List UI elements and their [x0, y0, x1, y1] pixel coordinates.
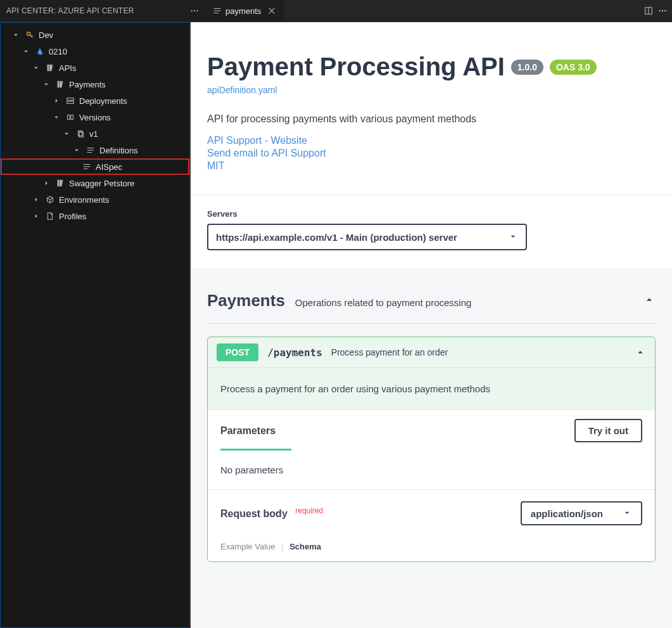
tree-label: Payments: [69, 80, 106, 89]
tab-schema[interactable]: Schema: [289, 542, 321, 551]
api-title: Payment Processing API: [207, 53, 505, 81]
chevron-down-icon: [72, 146, 82, 155]
chevron-down-icon: [11, 30, 21, 39]
chevron-right-icon: [51, 96, 61, 105]
tree-definitions[interactable]: Definitions: [1, 142, 189, 158]
content-type-select[interactable]: application/json: [521, 501, 642, 525]
parameters-label: Parameters: [220, 425, 276, 437]
tab-payments[interactable]: payments: [205, 0, 284, 22]
chevron-right-icon: [41, 179, 51, 188]
operation-title: Process payment for an order: [331, 347, 448, 357]
panel-title: API CENTER: AZURE API CENTER: [6, 6, 134, 15]
sidebar: Dev 0210 APIs Payments Deployments Versi…: [0, 22, 190, 628]
request-body-label-text: Request body: [220, 509, 288, 520]
version-badge: 1.0.0: [511, 60, 543, 75]
tree-v1[interactable]: v1: [1, 125, 189, 142]
tag-description: Operations related to payment processing: [295, 297, 472, 308]
chevron-down-icon: [51, 113, 61, 122]
tree-label: APIs: [59, 63, 76, 73]
key-icon: [25, 30, 35, 39]
tree-deployments[interactable]: Deployments: [1, 93, 189, 109]
chevron-down-icon: [21, 47, 31, 56]
tab-divider: |: [281, 542, 283, 551]
tree-dev[interactable]: Dev: [1, 27, 189, 43]
operation-path: /payments: [267, 347, 322, 359]
method-badge: POST: [217, 343, 258, 361]
chevron-down-icon: [622, 508, 632, 520]
chevron-down-icon: [61, 129, 72, 138]
tree-swagger-petstore[interactable]: Swagger Petstore: [1, 175, 189, 191]
editor-tab-strip: payments: [205, 0, 672, 22]
request-body-label: Request body required: [220, 506, 323, 520]
tree-label: Environments: [59, 195, 109, 205]
tag-header[interactable]: Payments Operations related to payment p…: [207, 291, 656, 324]
version-icon: [75, 129, 86, 138]
servers-label: Servers: [207, 209, 656, 219]
editor-more-icon[interactable]: [658, 6, 667, 15]
panel-title-bar: API CENTER: AZURE API CENTER: [0, 0, 205, 22]
tree-aispec[interactable]: AISpec: [1, 158, 189, 175]
api-definition-file-link[interactable]: apiDefinition.yaml: [207, 85, 277, 95]
definition-icon: [86, 146, 96, 155]
library-icon: [45, 63, 55, 72]
tree-label: AISpec: [96, 162, 122, 172]
main-content: Payment Processing API 1.0.0 OAS 3.0 api…: [190, 22, 672, 628]
tab-file-icon: [213, 6, 222, 15]
chevron-up-icon: [643, 293, 656, 306]
panel-more-icon[interactable]: [190, 6, 199, 15]
tree-apis[interactable]: APIs: [1, 60, 189, 76]
definition-icon: [82, 162, 92, 171]
server-select[interactable]: https://api.example.com/v1 - Main (produ…: [207, 224, 527, 250]
split-editor-icon[interactable]: [644, 6, 653, 15]
oas-badge: OAS 3.0: [550, 60, 597, 75]
versions-icon: [65, 113, 75, 122]
no-parameters-text: No parameters: [208, 451, 655, 489]
file-icon: [45, 212, 55, 221]
tree-payments[interactable]: Payments: [1, 76, 189, 93]
tree-environments[interactable]: Environments: [1, 191, 189, 208]
library-icon: [55, 179, 65, 188]
chevron-down-icon: [508, 231, 518, 243]
license-link[interactable]: MIT: [207, 160, 656, 172]
chevron-right-icon: [31, 212, 41, 221]
tree-label: Deployments: [79, 96, 127, 106]
chevron-right-icon: [31, 195, 41, 204]
api-description: API for processing payments with various…: [207, 113, 656, 125]
tree-label: Definitions: [99, 146, 138, 155]
azure-icon: [35, 47, 45, 56]
tree-versions[interactable]: Versions: [1, 109, 189, 125]
tree-label: 0210: [49, 47, 67, 56]
tab-example-value[interactable]: Example Value: [220, 542, 275, 551]
tag-name: Payments: [207, 291, 285, 311]
required-tag: required: [295, 506, 323, 515]
tree-label: v1: [89, 129, 98, 139]
tree-profiles[interactable]: Profiles: [1, 208, 189, 224]
try-it-out-button[interactable]: Try it out: [574, 419, 642, 442]
operation-description: Process a payment for an order using var…: [208, 368, 655, 409]
library-icon: [55, 80, 65, 89]
operation-summary[interactable]: POST /payments Process payment for an or…: [208, 337, 655, 368]
cube-icon: [45, 195, 55, 204]
close-icon[interactable]: [267, 6, 276, 15]
tree-label: Swagger Petstore: [69, 179, 134, 188]
chevron-down-icon: [41, 80, 51, 89]
tree-center[interactable]: 0210: [1, 43, 189, 60]
tab-label: payments: [225, 6, 261, 16]
server-icon: [65, 96, 75, 105]
server-selected-value: https://api.example.com/v1 - Main (produ…: [216, 232, 457, 243]
chevron-down-icon: [31, 63, 41, 72]
tree-label: Dev: [39, 30, 53, 40]
content-type-value: application/json: [531, 508, 603, 519]
tree-label: Versions: [79, 113, 111, 122]
chevron-up-icon: [635, 347, 646, 358]
tree-label: Profiles: [59, 212, 86, 221]
support-email-link[interactable]: Send email to API Support: [207, 148, 656, 159]
support-website-link[interactable]: API Support - Website: [207, 135, 656, 146]
